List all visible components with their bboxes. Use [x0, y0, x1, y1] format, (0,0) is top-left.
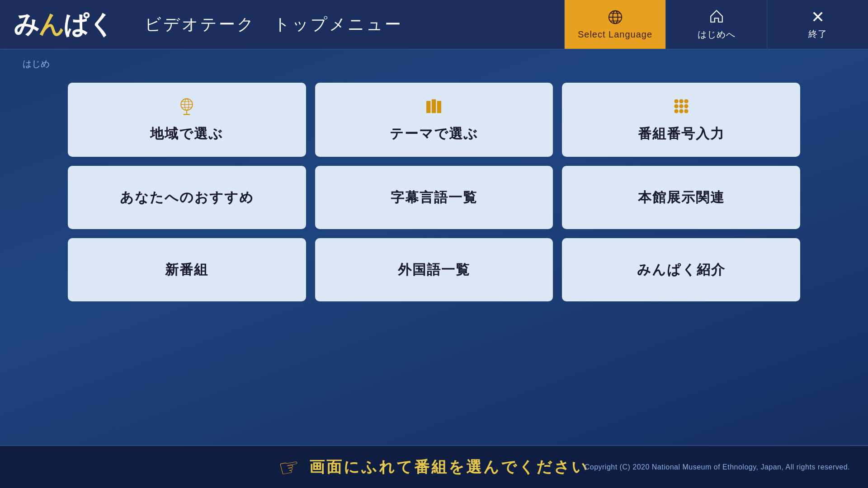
globe-card-icon: [177, 96, 197, 119]
app-logo: みんぱく: [14, 12, 113, 37]
svg-rect-12: [426, 101, 430, 113]
app-title: ビデオテーク トップメニュー: [127, 0, 421, 49]
menu-card-new[interactable]: 新番組: [68, 238, 306, 301]
exhibition-label: 本館展示関連: [638, 188, 725, 207]
menu-card-about[interactable]: みんぱく紹介: [562, 238, 800, 301]
menu-card-number[interactable]: 番組番号入力: [562, 83, 800, 157]
new-label: 新番組: [165, 261, 208, 279]
header: みんぱく ビデオテーク トップメニュー Select Language はじめへ: [0, 0, 868, 50]
svg-point-20: [684, 104, 688, 108]
svg-point-15: [674, 99, 678, 103]
books-card-icon: [424, 96, 444, 119]
menu-card-recommend[interactable]: あなたへのおすすめ: [68, 166, 306, 229]
app-title-text: ビデオテーク トップメニュー: [145, 14, 403, 36]
svg-point-17: [684, 99, 688, 103]
menu-card-subtitle[interactable]: 字幕言語一覧: [315, 166, 553, 229]
svg-point-21: [674, 109, 678, 113]
select-language-button[interactable]: Select Language: [564, 0, 665, 49]
subtitle-label: 字幕言語一覧: [391, 188, 477, 207]
region-label: 地域で選ぶ: [150, 125, 223, 143]
close-icon: ✕: [811, 9, 825, 25]
logo-area: みんぱく: [0, 0, 127, 49]
home-icon: [709, 9, 724, 26]
select-language-label: Select Language: [578, 29, 652, 40]
exit-label: 終了: [808, 28, 827, 40]
breadcrumb: はじめ: [0, 50, 868, 78]
main-content: 地域で選ぶ テーマで選ぶ: [0, 78, 868, 310]
home-button[interactable]: はじめへ: [665, 0, 767, 49]
svg-point-18: [674, 104, 678, 108]
svg-point-23: [684, 109, 688, 113]
footer: ☞ 画面にふれて番組を選んでください Copyright (C) 2020 Na…: [0, 445, 868, 488]
theme-label: テーマで選ぶ: [390, 125, 478, 143]
menu-card-region[interactable]: 地域で選ぶ: [68, 83, 306, 157]
recommend-label: あなたへのおすすめ: [120, 188, 254, 207]
menu-card-theme[interactable]: テーマで選ぶ: [315, 83, 553, 157]
home-label: はじめへ: [698, 28, 736, 41]
footer-copyright: Copyright (C) 2020 National Museum of Et…: [585, 463, 850, 471]
exit-button[interactable]: ✕ 終了: [767, 0, 868, 49]
globe-icon: [608, 9, 623, 27]
number-label: 番組番号入力: [638, 125, 725, 143]
about-label: みんぱく紹介: [637, 261, 726, 279]
foreign-label: 外国語一覧: [398, 261, 470, 279]
grid-card-icon: [671, 96, 691, 119]
footer-message: 画面にふれて番組を選んでください: [309, 457, 589, 478]
menu-grid: 地域で選ぶ テーマで選ぶ: [68, 83, 800, 301]
svg-point-16: [679, 99, 683, 103]
svg-rect-13: [432, 99, 436, 113]
menu-card-foreign[interactable]: 外国語一覧: [315, 238, 553, 301]
menu-card-exhibition[interactable]: 本館展示関連: [562, 166, 800, 229]
hand-icon: ☞: [277, 452, 302, 482]
svg-point-19: [679, 104, 683, 108]
breadcrumb-text: はじめ: [23, 59, 50, 69]
svg-rect-14: [437, 101, 441, 113]
svg-point-22: [679, 109, 683, 113]
